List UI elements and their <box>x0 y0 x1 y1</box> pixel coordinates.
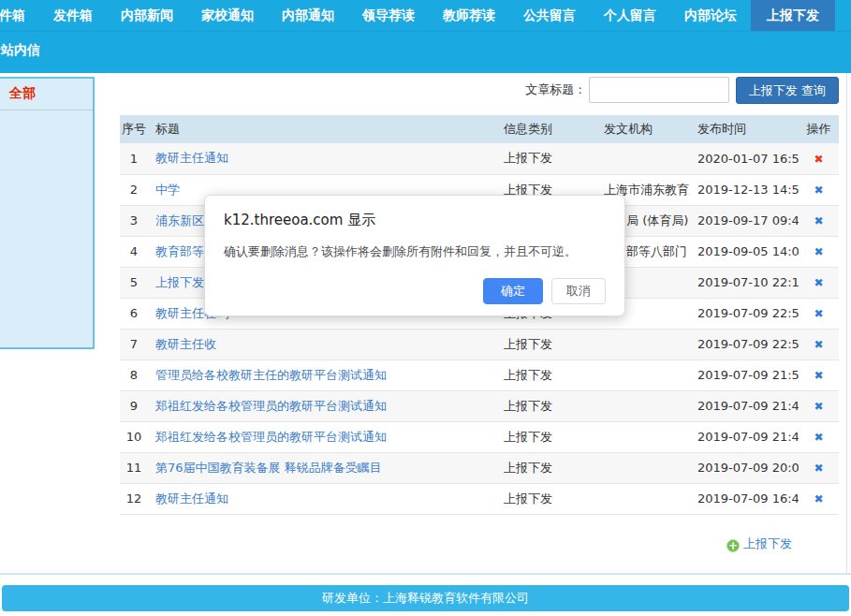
org-cell <box>596 359 690 390</box>
nav-item-link[interactable]: 内部新闻 <box>107 0 187 31</box>
message-title-link[interactable]: 上报下发 <box>155 275 204 289</box>
nav-item-link[interactable]: 教师荐读 <box>429 0 509 31</box>
nav-item-active[interactable]: 上报下发 <box>751 0 835 31</box>
cancel-button[interactable]: 取消 <box>551 278 606 304</box>
message-title-link[interactable]: 浦东新区 <box>155 213 204 227</box>
publish-time-cell: 2019-09-17 09:45 <box>690 205 799 236</box>
table-header: 序号标题信息类别发文机构发布时间操作 <box>120 115 839 143</box>
nav-item-link[interactable]: 家校通知 <box>187 0 268 31</box>
message-title-link[interactable]: 教育部等 <box>155 244 204 258</box>
delete-icon[interactable]: ✖ <box>814 492 823 506</box>
title-cell: 管理员给各校教研主任的教研平台测试通知 <box>148 359 496 390</box>
operation-cell: ✖ <box>799 143 839 174</box>
nav-subrow: 全站内信 <box>0 31 851 73</box>
plus-circle-icon: + <box>726 539 740 552</box>
content-bottom-divider <box>0 573 851 575</box>
message-title-link[interactable]: 教研主任通知 <box>155 491 228 506</box>
publish-time-cell: 2019-07-09 21:42 <box>690 421 799 452</box>
org-cell <box>596 143 690 174</box>
delete-icon[interactable]: ✖ <box>814 369 823 382</box>
org-cell <box>596 421 690 452</box>
publish-time-cell: 2019-07-09 21:43 <box>690 390 799 421</box>
row-number: 4 <box>120 236 148 267</box>
article-title-input[interactable] <box>589 77 729 103</box>
message-title-link[interactable]: 教研主任通知 <box>155 151 228 165</box>
nav-item-link[interactable]: 公共留言 <box>509 0 590 31</box>
row-number: 6 <box>120 298 148 329</box>
title-cell: 教研主任通知 <box>148 143 496 174</box>
operation-cell: ✖ <box>799 205 839 236</box>
dialog-buttons: 确定 取消 <box>224 278 606 304</box>
delete-icon[interactable]: ✖ <box>814 214 823 227</box>
publish-time-cell: 2019-07-09 22:56 <box>690 329 799 359</box>
delete-icon[interactable]: ✖ <box>814 462 823 475</box>
column-header: 发文机构 <box>596 115 690 143</box>
footer-text: 研发单位：上海释锐教育软件有限公司 <box>322 591 529 605</box>
publish-time-cell: 2019-07-10 22:15 <box>690 267 799 298</box>
search-label: 文章标题 : <box>525 77 582 103</box>
publish-time-cell: 2020-01-07 16:54 <box>690 143 799 174</box>
row-number: 7 <box>120 329 148 359</box>
confirm-button[interactable]: 确定 <box>483 278 543 304</box>
sidebar-item-all[interactable]: 全部 <box>0 79 93 110</box>
row-number: 12 <box>120 483 148 514</box>
nav-item-link[interactable]: 内部通知 <box>268 0 348 31</box>
message-title-link[interactable]: 中学 <box>155 183 180 197</box>
nav-item-link[interactable]: 收件箱 <box>0 0 39 31</box>
add-row: +上报下发 <box>120 534 839 552</box>
message-title-link[interactable]: 第76届中国教育装备展 释锐品牌备受瞩目 <box>155 461 382 475</box>
message-title-link[interactable]: 郑祖红发给各校管理员的教研平台测试通知 <box>155 399 387 413</box>
title-cell: 郑祖红发给各校管理员的教研平台测试通知 <box>148 421 496 452</box>
table-row: 1教研主任通知上报下发2020-01-07 16:54✖ <box>120 143 839 174</box>
delete-icon[interactable]: ✖ <box>814 153 823 166</box>
column-header: 标题 <box>148 115 496 143</box>
delete-icon[interactable]: ✖ <box>814 338 823 351</box>
column-header: 序号 <box>120 115 148 143</box>
delete-icon[interactable]: ✖ <box>814 431 823 444</box>
delete-icon[interactable]: ✖ <box>814 183 823 197</box>
table-row: 8管理员给各校教研主任的教研平台测试通知上报下发2019-07-09 21:52… <box>120 359 839 390</box>
operation-cell: ✖ <box>799 359 839 390</box>
nav-item-site-mail[interactable]: 全站内信 <box>0 32 40 59</box>
operation-cell: ✖ <box>799 483 839 514</box>
row-number: 2 <box>120 174 148 205</box>
category-cell: 上报下发 <box>496 143 596 174</box>
row-number: 10 <box>120 421 148 452</box>
table-row: 9郑祖红发给各校管理员的教研平台测试通知上报下发2019-07-09 21:43… <box>120 390 839 421</box>
nav-item-link[interactable]: 领导荐读 <box>348 0 429 31</box>
table-row: 7教研主任收上报下发2019-07-09 22:56✖ <box>120 329 839 359</box>
delete-icon[interactable]: ✖ <box>814 245 823 258</box>
search-bar: 文章标题 : 上报下发 查询 <box>120 77 839 115</box>
operation-cell: ✖ <box>799 421 839 452</box>
dialog-message: 确认要删除消息？该操作将会删除所有附件和回复，并且不可逆。 <box>224 243 606 260</box>
table-row: 10郑祖红发给各校管理员的教研平台测试通知上报下发2019-07-09 21:4… <box>120 421 839 452</box>
delete-icon[interactable]: ✖ <box>814 276 823 289</box>
row-number: 1 <box>120 143 148 174</box>
nav-item-link[interactable]: 个人留言 <box>590 0 670 31</box>
add-report-link[interactable]: +上报下发 <box>726 536 792 550</box>
operation-cell: ✖ <box>799 452 839 483</box>
nav-item-link[interactable]: 发件箱 <box>39 0 107 31</box>
message-title-link[interactable]: 郑祖红发给各校管理员的教研平台测试通知 <box>155 430 387 444</box>
nav-items: 收件箱发件箱内部新闻家校通知内部通知领导荐读教师荐读公共留言个人留言内部论坛上报… <box>0 0 851 31</box>
publish-time-cell: 2019-07-09 16:43 <box>690 483 799 514</box>
browser-alert-dialog: k12.threeoa.com 显示 确认要删除消息？该操作将会删除所有附件和回… <box>204 195 625 316</box>
operation-cell: ✖ <box>799 329 839 359</box>
nav-item-link[interactable]: 内部论坛 <box>670 0 751 31</box>
top-navigation: 收件箱发件箱内部新闻家校通知内部通知领导荐读教师荐读公共留言个人留言内部论坛上报… <box>0 0 851 73</box>
category-cell: 上报下发 <box>496 483 596 514</box>
table-row: 11第76届中国教育装备展 释锐品牌备受瞩目上报下发2019-07-09 20:… <box>120 452 839 483</box>
column-header: 操作 <box>799 115 839 143</box>
search-button[interactable]: 上报下发 查询 <box>736 77 839 104</box>
column-header: 发布时间 <box>690 115 799 143</box>
message-title-link[interactable]: 管理员给各校教研主任的教研平台测试通知 <box>155 368 387 382</box>
message-title-link[interactable]: 教研主任收 <box>155 337 216 351</box>
org-cell <box>596 390 690 421</box>
category-cell: 上报下发 <box>496 421 596 452</box>
delete-icon[interactable]: ✖ <box>814 307 823 320</box>
publish-time-cell: 2019-12-13 14:50 <box>690 174 799 205</box>
row-number: 8 <box>120 359 148 390</box>
delete-icon[interactable]: ✖ <box>814 400 823 413</box>
title-cell: 郑祖红发给各校管理员的教研平台测试通知 <box>148 390 496 421</box>
operation-cell: ✖ <box>799 236 839 267</box>
